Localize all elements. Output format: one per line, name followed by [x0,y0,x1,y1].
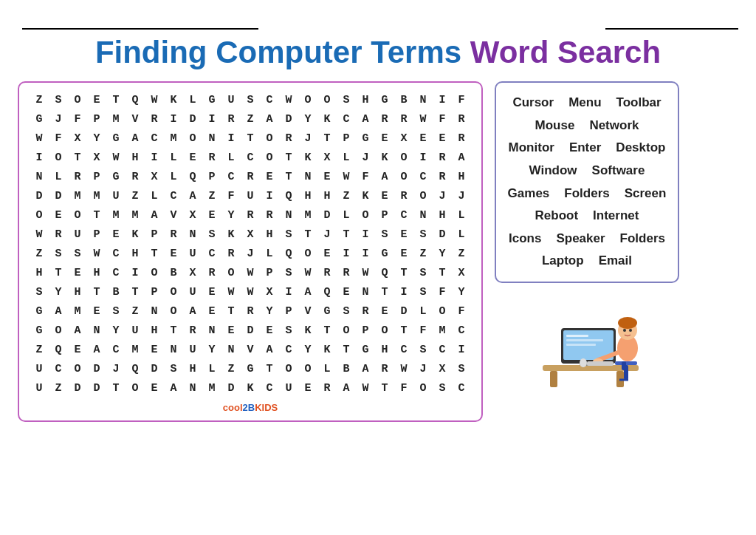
grid-cell: E [145,340,164,359]
grid-cell: S [164,359,183,378]
grid-cell: S [337,301,356,321]
grid-cell: G [375,244,394,263]
grid-cell: Q [317,282,337,301]
grid-cell: Z [126,301,145,321]
grid-cell: G [202,90,221,109]
grid-cell: A [183,186,202,205]
grid-cell: E [317,167,337,186]
grid-cell: L [317,359,337,378]
grid-cell: E [433,129,452,148]
svg-point-21 [580,358,587,367]
svg-rect-1 [550,371,557,387]
grid-cell: S [106,301,126,321]
grid-cell: Z [452,244,471,263]
grid-cell: H [126,148,145,167]
grid-cell: R [145,109,164,129]
grid-cell: E [260,167,279,186]
grid-cell: T [317,129,337,148]
grid-cell: T [49,263,68,282]
grid-cell: U [30,378,49,398]
word-search-grid: ZSOETQWKLGUSCWOOSHGBNIFGJFPMVRIDIRZADYKC… [30,90,471,398]
grid-cell: E [87,301,106,321]
grid-cell: U [68,225,87,244]
grid-cell: N [413,90,433,109]
grid-cell: Z [30,244,49,263]
grid-cell: A [260,109,279,129]
word-item: Toolbar [616,92,662,115]
grid-cell: E [394,225,413,244]
grid-cell: T [68,148,87,167]
grid-cell: T [337,340,356,359]
grid-cell: T [279,148,298,167]
grid-cell: Z [221,359,241,378]
grid-cell: S [279,225,298,244]
grid-cell: S [202,225,221,244]
grid-cell: H [356,90,375,109]
name-input-line[interactable] [22,13,258,30]
grid-cell: N [298,167,317,186]
grid-cell: M [202,378,221,398]
character-illustration [495,295,679,391]
grid-cell: A [356,109,375,129]
grid-cell: P [145,225,164,244]
grid-cell: O [126,378,145,398]
grid-cell: E [202,205,221,225]
grid-cell: L [337,148,356,167]
grid-cell: E [260,321,279,340]
grid-cell: N [145,301,164,321]
grid-cell: L [221,148,241,167]
grid-cell: A [183,301,202,321]
word-row: IconsSpeakerFolders [504,228,670,251]
grid-cell: U [183,340,202,359]
grid-cell: I [433,90,452,109]
grid-cell: T [87,205,106,225]
word-item: Icons [509,228,541,251]
grid-cell: O [49,148,68,167]
grid-cell: F [433,109,452,129]
grid-cell: I [126,263,145,282]
grid-cell: M [87,186,106,205]
grid-cell: E [145,378,164,398]
grid-cell: R [375,109,394,129]
grid-cell: W [356,378,375,398]
grid-cell: H [126,244,145,263]
grid-cell: C [221,167,241,186]
grid-cell: I [413,148,433,167]
grid-cell: N [221,340,241,359]
grid-cell: S [413,263,433,282]
grid-cell: K [375,148,394,167]
grid-cell: T [126,282,145,301]
svg-rect-7 [566,335,588,337]
grid-cell: Y [298,340,317,359]
grid-cell: S [413,282,433,301]
grid-cell: P [375,205,394,225]
grid-cell: K [164,90,183,109]
grid-cell: M [433,321,452,340]
grid-cell: E [394,244,413,263]
grid-cell: I [202,109,221,129]
grid-cell: H [68,282,87,301]
grid-cell: C [49,359,68,378]
grid-cell: Y [260,301,279,321]
grid-cell: K [317,340,337,359]
grid-cell: S [413,340,433,359]
word-item: Games [508,183,550,205]
grid-cell: I [452,340,471,359]
grid-cell: K [241,378,260,398]
grid-cell: C [337,109,356,129]
grid-cell: G [106,167,126,186]
svg-point-13 [623,329,626,332]
grid-cell: N [202,321,221,340]
grid-cell: A [452,148,471,167]
grid-cell: K [126,225,145,244]
grid-cell: R [394,109,413,129]
grid-cell: V [164,205,183,225]
grid-cell: U [241,186,260,205]
word-row: CursorMenuToolbar [504,92,670,115]
grid-cell: I [279,282,298,301]
grid-cell: W [221,282,241,301]
grid-cell: R [279,129,298,148]
date-input-line[interactable] [605,13,738,30]
grid-cell: M [68,301,87,321]
grid-cell: D [317,205,337,225]
